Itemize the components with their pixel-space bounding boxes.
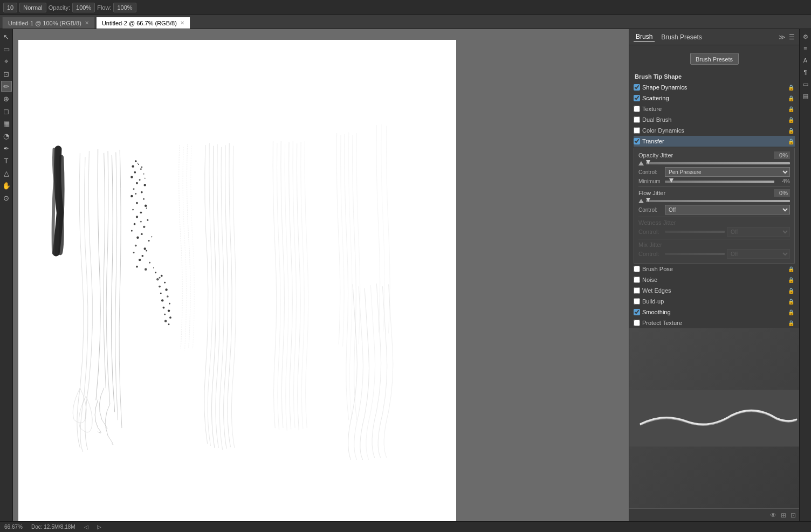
color-dynamics-lock-icon[interactable]: 🔒 [787, 128, 795, 134]
lasso-tool[interactable]: ⌖ [1, 56, 12, 67]
panel-tab-brush[interactable]: Brush [634, 32, 655, 42]
wet-edges-label[interactable]: Wet Edges [642, 287, 785, 294]
hand-tool[interactable]: ✋ [1, 180, 12, 191]
selection-tool[interactable]: ▭ [1, 44, 12, 54]
tab-untitled2-close[interactable]: ✕ [180, 20, 184, 26]
color-dynamics-checkbox[interactable] [634, 127, 640, 134]
brush-size-input[interactable]: 10 [3, 3, 17, 12]
brush-tool[interactable]: ✏ [1, 81, 12, 92]
opacity-value[interactable]: 100% [72, 3, 95, 12]
brush-pose-lock-icon[interactable]: 🔒 [787, 266, 795, 272]
noise-label[interactable]: Noise [642, 277, 785, 283]
flow-jitter-thumb[interactable] [646, 198, 650, 202]
build-up-checkbox[interactable] [634, 298, 640, 305]
crop-tool[interactable]: ⊡ [1, 68, 12, 79]
zoom-tool[interactable]: ⊙ [1, 192, 12, 203]
tab-untitled1-close[interactable]: ✕ [85, 20, 89, 26]
opacity-jitter-thumb[interactable] [646, 160, 650, 164]
transfer-detail-section: Opacity Jitter 0% Control: Pen Pressure … [634, 148, 795, 264]
dual-brush-label[interactable]: Dual Brush [642, 116, 785, 123]
option-dual-brush: Dual Brush 🔒 [634, 114, 795, 125]
opacity-jitter-track[interactable] [646, 162, 790, 164]
wet-edges-lock-icon[interactable]: 🔒 [787, 288, 795, 294]
option-wet-edges: Wet Edges 🔒 [634, 285, 795, 296]
opacity-control-select[interactable]: Pen Pressure Off Pen Tilt [665, 167, 790, 177]
smoothing-checkbox[interactable] [634, 309, 640, 315]
right-tool-1[interactable]: ⚙ [800, 31, 811, 42]
text-tool[interactable]: T [1, 155, 12, 166]
shape-dynamics-lock-icon[interactable]: 🔒 [787, 85, 795, 91]
shape-dynamics-label[interactable]: Shape Dynamics [642, 84, 785, 91]
preview-grid-icon[interactable]: ⊞ [781, 512, 786, 519]
tab-untitled1[interactable]: Untitled-1 @ 100% (RGB/8) ✕ [2, 17, 95, 29]
build-up-label[interactable]: Build-up [642, 298, 785, 305]
shape-tool[interactable]: △ [1, 168, 12, 178]
minimum-label: Minimum [638, 178, 663, 184]
svg-point-35 [155, 272, 156, 273]
top-toolbar: 10 Normal Opacity: 100% Flow: 100% [0, 0, 811, 15]
pen-tool[interactable]: ✒ [1, 143, 12, 154]
main-area: ↖ ▭ ⌖ ⊡ ✏ ⊕ ◻ ▦ ◔ ✒ T △ ✋ ⊙ [0, 29, 811, 521]
dual-brush-lock-icon[interactable]: 🔒 [787, 117, 795, 123]
transfer-lock-icon[interactable]: 🔒 [787, 139, 795, 144]
mode-select[interactable]: Normal [19, 3, 46, 12]
smoothing-lock-icon[interactable]: 🔒 [787, 309, 795, 315]
scattering-label[interactable]: Scattering [642, 95, 785, 101]
eraser-tool[interactable]: ◻ [1, 106, 12, 116]
shape-dynamics-checkbox[interactable] [634, 84, 640, 91]
noise-lock-icon[interactable]: 🔒 [787, 277, 795, 283]
preview-eye-icon[interactable]: 👁 [770, 512, 776, 519]
clone-tool[interactable]: ⊕ [1, 93, 12, 104]
minimum-track[interactable] [665, 181, 774, 183]
brush-presets-button[interactable]: Brush Presets [690, 53, 739, 65]
noise-checkbox[interactable] [634, 277, 640, 283]
right-tool-5[interactable]: ▭ [800, 79, 811, 89]
protect-texture-label[interactable]: Protect Texture [642, 320, 785, 326]
right-tool-2[interactable]: ≡ [800, 43, 811, 54]
panel-expand-icon[interactable]: ≫ [779, 33, 786, 41]
mix-jitter-row: Mix Jitter [638, 241, 790, 248]
tabs-bar: Untitled-1 @ 100% (RGB/8) ✕ Untitled-2 @… [0, 15, 811, 29]
svg-point-6 [143, 174, 144, 175]
transfer-label[interactable]: Transfer [642, 138, 785, 144]
svg-point-39 [159, 286, 161, 288]
right-panel: Brush Brush Presets ≫ ☰ Brush Presets Br… [629, 29, 799, 521]
svg-point-56 [140, 221, 142, 223]
scattering-checkbox[interactable] [634, 95, 640, 101]
protect-texture-lock-icon[interactable]: 🔒 [787, 320, 795, 326]
tab-untitled2[interactable]: Untitled-2 @ 66.7% (RGB/8) ✕ [96, 17, 190, 29]
dodge-tool[interactable]: ◔ [1, 130, 12, 141]
navigation-back[interactable]: ◁ [84, 524, 88, 530]
right-tool-6[interactable]: ▤ [800, 91, 811, 101]
flow-control-select[interactable]: Off Pen Pressure [665, 205, 790, 215]
transfer-checkbox[interactable] [634, 138, 640, 144]
flow-jitter-track[interactable] [646, 200, 790, 202]
navigation-forward[interactable]: ▷ [97, 524, 101, 530]
panel-tab-presets[interactable]: Brush Presets [659, 32, 704, 42]
move-tool[interactable]: ↖ [1, 31, 12, 42]
brush-pose-checkbox[interactable] [634, 266, 640, 272]
color-dynamics-label[interactable]: Color Dynamics [642, 127, 785, 134]
texture-lock-icon[interactable]: 🔒 [787, 106, 795, 112]
status-bar: 66.67% Doc: 12.5M/8.18M ◁ ▷ [0, 521, 811, 532]
scattering-lock-icon[interactable]: 🔒 [787, 95, 795, 101]
flow-value[interactable]: 100% [113, 3, 136, 12]
right-tool-3[interactable]: A [800, 55, 811, 66]
minimum-thumb[interactable] [669, 178, 673, 183]
smoothing-label[interactable]: Smoothing [642, 309, 785, 315]
dual-brush-checkbox[interactable] [634, 116, 640, 123]
right-side-icons: ⚙ ≡ A ¶ ▭ ▤ [799, 29, 811, 521]
preview-expand-icon[interactable]: ⊡ [791, 512, 796, 519]
panel-menu-icon[interactable]: ☰ [789, 33, 795, 41]
right-tool-4[interactable]: ¶ [800, 67, 811, 78]
canvas[interactable] [18, 40, 456, 521]
protect-texture-checkbox[interactable] [634, 320, 640, 326]
opacity-label: Opacity: [49, 4, 70, 11]
build-up-lock-icon[interactable]: 🔒 [787, 299, 795, 305]
texture-label[interactable]: Texture [642, 106, 785, 112]
brush-pose-label[interactable]: Brush Pose [642, 266, 785, 272]
svg-point-18 [140, 211, 142, 213]
texture-checkbox[interactable] [634, 106, 640, 112]
wet-edges-checkbox[interactable] [634, 287, 640, 294]
gradient-tool[interactable]: ▦ [1, 118, 12, 129]
